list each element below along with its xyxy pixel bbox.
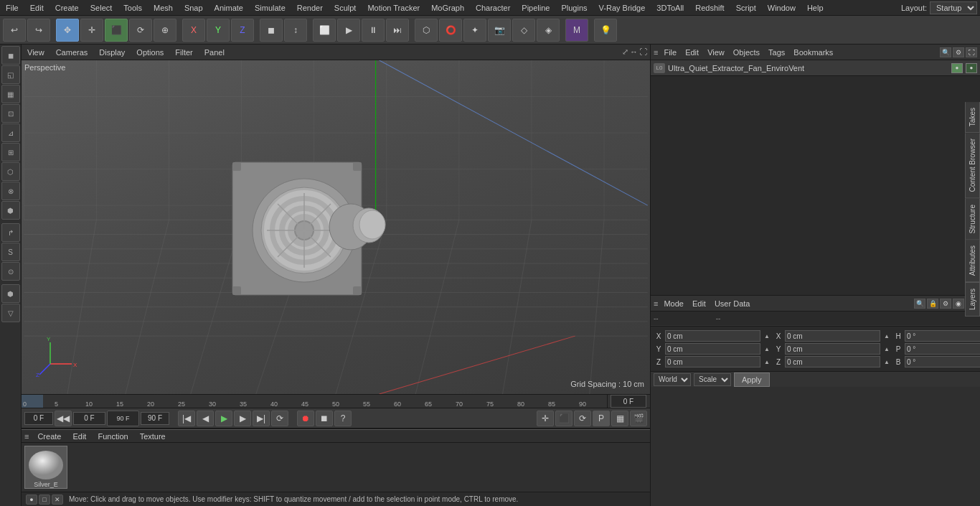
menu-sculpt[interactable]: Sculpt: [329, 2, 362, 14]
spline-button[interactable]: ◇: [512, 19, 535, 42]
menu-script[interactable]: Script: [730, 2, 762, 14]
rot-x-arrow[interactable]: ▲: [882, 330, 892, 342]
obj-search-icon[interactable]: 🔍: [940, 47, 951, 57]
attr-menu-userdata[interactable]: User Data: [712, 298, 753, 309]
obj-menu-objects[interactable]: Objects: [730, 47, 763, 58]
rotate-playback-button[interactable]: ⟳: [574, 411, 591, 426]
status-icon-3[interactable]: ✕: [52, 495, 63, 505]
pos-y-input[interactable]: [665, 343, 760, 355]
sidebar-tool-8[interactable]: ⊙: [1, 262, 20, 281]
sidebar-tool-7[interactable]: S: [1, 243, 20, 261]
menu-edit[interactable]: Edit: [24, 2, 50, 14]
goto-start-button[interactable]: |◀: [178, 411, 195, 426]
menu-file[interactable]: File: [0, 2, 24, 14]
start-frame-input[interactable]: [24, 412, 53, 425]
menu-mesh[interactable]: Mesh: [148, 2, 179, 14]
viewport-menu-options[interactable]: Options: [133, 47, 166, 58]
sidebar-mode-texture[interactable]: ◱: [1, 65, 20, 84]
frame-prev-button[interactable]: ◀◀: [55, 411, 72, 426]
sidebar-tool-9[interactable]: ⬢: [1, 284, 20, 303]
tab-takes[interactable]: Takes: [965, 102, 980, 133]
sidebar-mode-grid[interactable]: ▦: [1, 85, 20, 103]
viewport-canvas[interactable]: Perspective: [22, 60, 650, 394]
step-back-button[interactable]: ◀: [197, 411, 214, 426]
current-frame-input[interactable]: [611, 395, 646, 408]
pos-z-arrow[interactable]: ▲: [762, 356, 772, 367]
render-region-button[interactable]: ⬜: [313, 19, 336, 42]
menu-snap[interactable]: Snap: [179, 2, 209, 14]
pos-x-input[interactable]: [665, 330, 760, 342]
y-axis-button[interactable]: Y: [207, 19, 230, 42]
menu-plugins[interactable]: Plugins: [555, 2, 593, 14]
menu-vray[interactable]: V-Ray Bridge: [593, 2, 651, 14]
cube-button[interactable]: ⬡: [415, 19, 438, 42]
tab-attributes[interactable]: Attributes: [965, 240, 980, 282]
key-playback-button[interactable]: P: [593, 411, 610, 426]
deform-button[interactable]: ◈: [537, 19, 560, 42]
auto-key-button[interactable]: ⏹: [316, 411, 333, 426]
create-tool-button[interactable]: ⊕: [154, 19, 176, 42]
play-button[interactable]: ▶: [215, 411, 232, 426]
start-frame2-input[interactable]: [73, 412, 105, 425]
undo-button[interactable]: ↩: [3, 19, 26, 42]
obj-menu-file[interactable]: File: [661, 47, 679, 58]
sidebar-tool-2[interactable]: ⊞: [1, 143, 20, 161]
sidebar-tool-5[interactable]: ⬢: [1, 201, 20, 220]
obj-menu-tags[interactable]: Tags: [765, 47, 788, 58]
object-mode-button[interactable]: ◼: [260, 19, 283, 42]
attr-lock-icon[interactable]: 🔒: [927, 299, 938, 309]
interactive-render-toggle[interactable]: 💡: [594, 19, 617, 42]
rotate-tool-button[interactable]: ⟳: [129, 19, 152, 42]
pos-x-arrow[interactable]: ▲: [762, 330, 772, 342]
sidebar-mode-uv[interactable]: ⊡: [1, 104, 20, 123]
pos-z-input[interactable]: [665, 356, 760, 367]
rot-x-input[interactable]: [785, 330, 880, 342]
end-frame-input-wrapper[interactable]: 90 F: [107, 411, 139, 426]
menu-render[interactable]: Render: [291, 2, 329, 14]
viewport-maximize-icon[interactable]: ⛶: [639, 47, 647, 57]
obj-visibility-1[interactable]: ●: [951, 63, 963, 73]
scale-select[interactable]: Scale: [694, 373, 731, 386]
attr-menu-edit[interactable]: Edit: [689, 298, 709, 309]
obj-menu-edit[interactable]: Edit: [682, 47, 702, 58]
viewport-menu-cameras[interactable]: Cameras: [53, 47, 91, 58]
sphere-button[interactable]: ⭕: [439, 19, 462, 42]
sidebar-tool-4[interactable]: ⊗: [1, 182, 20, 200]
sidebar-tool-6[interactable]: ↱: [1, 223, 20, 242]
tab-content-browser[interactable]: Content Browser: [965, 133, 980, 198]
menu-select[interactable]: Select: [85, 2, 118, 14]
viewport-resize-icon[interactable]: ⤢: [622, 47, 628, 57]
viewport-menu-filter[interactable]: Filter: [172, 47, 195, 58]
menu-tools[interactable]: Tools: [118, 2, 148, 14]
menu-animate[interactable]: Animate: [209, 2, 249, 14]
loop-button[interactable]: ⟳: [271, 411, 288, 426]
camera-button[interactable]: 📷: [488, 19, 511, 42]
menu-character[interactable]: Character: [470, 2, 516, 14]
scale-playback-button[interactable]: ⬛: [555, 411, 573, 426]
menu-pipeline[interactable]: Pipeline: [516, 2, 555, 14]
status-icon-1[interactable]: ●: [26, 495, 37, 505]
goto-end-button[interactable]: ▶|: [253, 411, 270, 426]
menu-help[interactable]: Help: [801, 2, 829, 14]
x-axis-button[interactable]: X: [182, 19, 205, 42]
mat-menu-function[interactable]: Function: [95, 431, 131, 442]
redo-button[interactable]: ↪: [27, 19, 50, 42]
rot-z-input[interactable]: [785, 356, 880, 367]
sidebar-tool-3[interactable]: ⬡: [1, 162, 20, 181]
rot-z-arrow[interactable]: ▲: [882, 356, 892, 367]
viewport-menu-view[interactable]: View: [24, 47, 47, 58]
render-button[interactable]: ▶: [337, 19, 360, 42]
select-tool-button[interactable]: ✥: [56, 19, 79, 42]
rot-y-arrow[interactable]: ▲: [882, 343, 892, 355]
attr-settings-icon[interactable]: ⚙: [940, 299, 951, 309]
mat-menu-create[interactable]: Create: [34, 431, 64, 442]
viewport-arrows-icon[interactable]: ↔: [630, 47, 638, 57]
menu-simulate[interactable]: Simulate: [249, 2, 291, 14]
move-playback-button[interactable]: ✛: [537, 411, 554, 426]
render-playback-button[interactable]: 🎬: [630, 411, 647, 426]
key-button[interactable]: ?: [334, 411, 352, 426]
world-mode-button[interactable]: ↕: [284, 19, 307, 42]
viewport[interactable]: View Cameras Display Options Filter Pane…: [22, 44, 650, 394]
menu-3dtoall[interactable]: 3DToAll: [651, 2, 689, 14]
menu-mograph[interactable]: MoGraph: [425, 2, 470, 14]
